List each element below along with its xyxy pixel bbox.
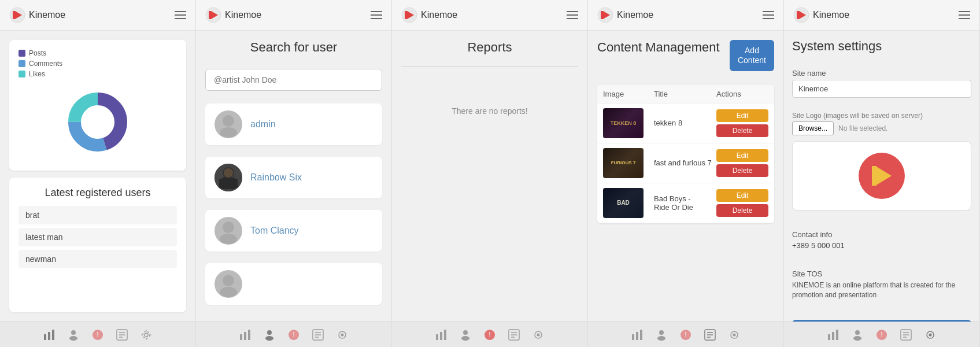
user-icon[interactable] — [67, 328, 80, 341]
user-result-tom-clancy[interactable]: Tom Clancy — [205, 210, 382, 252]
edit-badboys-button[interactable]: Edit — [716, 189, 768, 202]
reports-content: Reports There are no reports! — [392, 31, 587, 322]
svg-point-33 — [223, 275, 234, 286]
users-card-title: Latest registered users — [19, 187, 177, 199]
stats-content: Posts Comments Likes — [0, 31, 195, 322]
svg-point-18 — [145, 333, 148, 337]
edit-tekken-button[interactable]: Edit — [716, 109, 768, 122]
footer-stats: ! — [0, 322, 195, 347]
hamburger-menu-3[interactable] — [567, 11, 578, 19]
logo-area-3: Kinemoe — [401, 7, 457, 23]
add-content-button[interactable]: AddContent — [730, 40, 774, 71]
tos-value: KINEMOE is an online platform that is cr… — [792, 280, 971, 300]
users-card: Latest registered users brat latest man … — [9, 178, 186, 312]
svg-text:!: ! — [97, 331, 98, 339]
user-icon-3[interactable] — [459, 328, 472, 341]
header-reports: Kinemoe — [392, 0, 587, 31]
report-icon[interactable]: ! — [91, 328, 104, 341]
svg-rect-87 — [836, 330, 838, 340]
stats-chart-card: Posts Comments Likes — [9, 40, 186, 171]
user-result-admin[interactable]: admin — [205, 104, 382, 145]
user-result-rainbow-six[interactable]: Rainbow Six — [205, 157, 382, 198]
user-avatar-admin — [215, 110, 242, 138]
logo-preview-area — [792, 141, 971, 211]
play-icon-preview — [867, 161, 896, 190]
panel-reports: Kinemoe Reports There are no reports! ! — [392, 0, 588, 347]
edit-furious-button[interactable]: Edit — [716, 149, 768, 162]
chart-icon-5[interactable] — [827, 328, 840, 341]
logo-preview-icon — [859, 153, 905, 199]
svg-rect-9 — [52, 330, 54, 340]
reports-divider — [401, 67, 578, 67]
hamburger-menu[interactable] — [175, 11, 186, 19]
logo-area-4: Kinemoe — [597, 7, 653, 23]
user-icon-2[interactable] — [263, 328, 276, 341]
svg-point-47 — [341, 333, 344, 336]
settings-icon-5[interactable] — [924, 328, 937, 341]
settings-icon-3[interactable] — [532, 328, 545, 341]
tekken-label: TEKKEN 8 — [611, 120, 637, 126]
search-input[interactable] — [205, 69, 382, 91]
tos-label: Site TOS — [792, 270, 971, 278]
hamburger-menu-5[interactable] — [959, 11, 970, 19]
svg-rect-68 — [636, 332, 638, 340]
content-icon-3[interactable] — [508, 328, 520, 341]
user-avatar-tom-clancy — [215, 217, 242, 245]
chart-icon-4[interactable] — [631, 328, 644, 341]
svg-point-38 — [267, 330, 272, 335]
svg-rect-35 — [240, 334, 242, 340]
kinemoe-logo-icon-2 — [205, 7, 221, 23]
user-icon-5[interactable] — [851, 328, 864, 341]
user-avatar-4 — [215, 270, 242, 298]
logo-text-2: Kinemoe — [225, 10, 261, 20]
browse-button[interactable]: Browse... — [792, 121, 834, 135]
logo-area-5: Kinemoe — [793, 7, 849, 23]
settings-icon[interactable] — [140, 328, 153, 341]
content-actions-badboys: Edit Delete — [716, 189, 768, 217]
svg-rect-51 — [436, 334, 438, 340]
hamburger-menu-2[interactable] — [371, 11, 382, 19]
settings-icon-4[interactable] — [728, 328, 741, 341]
kinemoe-logo-icon-5 — [793, 7, 809, 23]
chart-icon[interactable] — [43, 328, 56, 341]
site-name-input[interactable] — [792, 80, 971, 98]
cm-header: Content Management AddContent — [597, 40, 774, 71]
contact-label: Contact info — [792, 230, 971, 239]
panel-search: Kinemoe Search for user admin — [196, 0, 392, 347]
logo-text-5: Kinemoe — [813, 10, 849, 20]
content-icon-4[interactable] — [704, 328, 716, 341]
content-icon-2[interactable] — [312, 328, 324, 341]
user-icon-4[interactable] — [655, 328, 668, 341]
content-title-furious: fast and furious 7 — [649, 158, 716, 167]
svg-rect-86 — [832, 332, 834, 340]
report-icon-4[interactable]: ! — [679, 328, 692, 341]
report-icon-3[interactable]: ! — [483, 328, 496, 341]
header-search: Kinemoe — [196, 0, 391, 31]
chart-icon-3[interactable] — [435, 328, 448, 341]
donut-chart-container — [19, 83, 177, 161]
settings-icon-2[interactable] — [336, 328, 349, 341]
settings-title: System settings — [792, 39, 971, 54]
svg-marker-66 — [601, 11, 603, 19]
delete-badboys-button[interactable]: Delete — [716, 204, 768, 217]
user-result-4[interactable] — [205, 263, 382, 305]
logo-text: Kinemoe — [29, 10, 65, 20]
content-icon[interactable] — [116, 328, 128, 341]
hamburger-menu-4[interactable] — [763, 11, 774, 19]
svg-point-55 — [461, 336, 469, 341]
content-icon-5[interactable] — [900, 328, 912, 341]
report-icon-2[interactable]: ! — [287, 328, 300, 341]
svg-point-32 — [220, 234, 237, 244]
delete-tekken-button[interactable]: Delete — [716, 124, 768, 137]
delete-furious-button[interactable]: Delete — [716, 164, 768, 177]
svg-point-34 — [220, 287, 237, 297]
user-item-2: newman — [19, 250, 177, 268]
table-header: Image Title Actions — [597, 85, 774, 104]
legend-posts: Posts — [19, 49, 177, 57]
report-icon-5[interactable]: ! — [875, 328, 888, 341]
content-title-badboys: Bad Boys -Ride Or Die — [649, 194, 716, 212]
svg-point-11 — [69, 336, 77, 341]
svg-rect-53 — [444, 330, 446, 340]
svg-rect-37 — [248, 330, 250, 340]
chart-icon-2[interactable] — [239, 328, 252, 341]
